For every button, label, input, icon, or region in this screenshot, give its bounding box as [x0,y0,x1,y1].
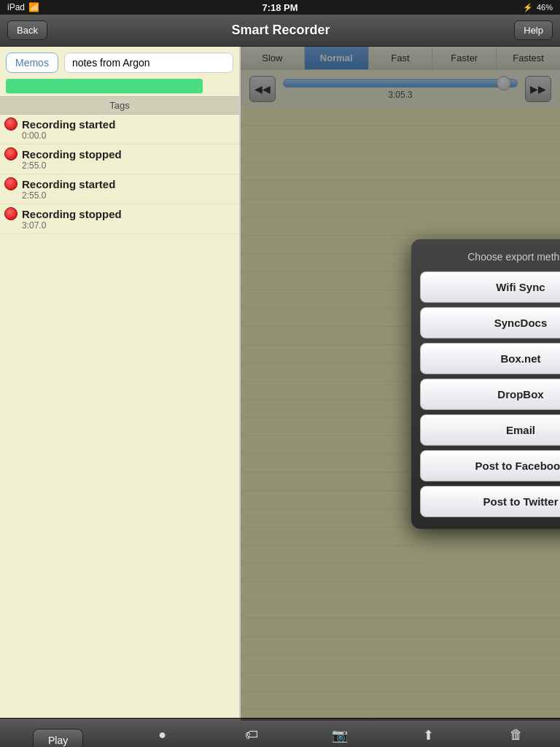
right-panel: SlowNormalFastFasterFastest ◀◀ 3:05.3 ▶▶… [241,47,560,718]
export-option-syncdocs[interactable]: SyncDocs [420,307,560,338]
export-option-box.net[interactable]: Box.net [420,343,560,374]
tag-item[interactable]: Recording started 2:55.0 [0,174,239,204]
tag-item[interactable]: Recording stopped 2:55.0 [0,144,239,174]
tag-time: 3:07.0 [22,220,235,231]
tag-label-text: Recording started [22,118,115,131]
status-time: 7:18 PM [262,2,298,13]
toolbar-export[interactable]: ⬆ export [417,725,440,748]
delete-icon: 🗑 [506,725,526,746]
tags-header: Tags [0,96,239,115]
tag-label-text: Recording stopped [22,208,122,220]
tags-list: Recording started 0:00.0 Recording stopp… [0,115,239,718]
memos-button[interactable]: Memos [6,53,58,73]
export-icon: ⬆ [419,725,439,746]
app-title: Smart Recorder [232,23,330,38]
device-label: iPad [7,2,25,12]
export-option-wifi-sync[interactable]: Wifi Sync [420,271,560,303]
record-progress-bar [6,79,203,93]
tag-icon: 🏷 [241,725,262,746]
export-option-post-to-twitter[interactable]: Post to Twitter [420,486,560,517]
export-option-post-to-facebook[interactable]: Post to Facebook [420,450,560,481]
bottom-toolbar: Play ● append 🏷 tag 📷 picture ⬆ export 🗑… [0,718,560,747]
tag-label-text: Recording stopped [22,148,122,160]
toolbar-delete[interactable]: 🗑 delete [505,725,527,748]
play-button[interactable]: Play [33,729,83,748]
red-dot-icon [4,117,18,131]
wifi-icon: 📶 [28,2,39,12]
red-dot-icon [4,177,18,190]
tag-item[interactable]: Recording started 0:00.0 [0,115,239,144]
export-dialog-title: Choose export method: [420,251,560,263]
status-bar: iPad 📶 7:18 PM ⚡ 46% [0,0,560,15]
tag-time: 2:55.0 [22,190,235,201]
append-icon: ● [152,725,173,746]
export-option-dropbox[interactable]: DropBox [420,379,560,410]
memos-row: Memos [0,47,239,76]
toolbar-append[interactable]: ● append [149,725,176,748]
tag-time: 0:00.0 [22,131,235,141]
main-content: Memos Tags Recording started 0:00.0 Reco… [0,47,560,718]
tag-item[interactable]: Recording stopped 3:07.0 [0,204,239,234]
bluetooth-icon: ⚡ [523,3,533,12]
tag-time: 2:55.0 [22,160,235,171]
help-button[interactable]: Help [514,20,553,40]
export-dialog: Choose export method: Wifi SyncSyncDocsB… [411,239,560,529]
toolbar-tag[interactable]: 🏷 tag [241,725,262,748]
export-options: Wifi SyncSyncDocsBox.netDropBoxEmailPost… [420,271,560,517]
battery-label: 46% [537,3,553,12]
left-panel: Memos Tags Recording started 0:00.0 Reco… [0,47,241,718]
nav-bar: Back Smart Recorder Help [0,15,560,47]
tag-label-text: Recording started [22,178,115,190]
red-dot-icon [4,207,18,220]
modal-overlay: Choose export method: Wifi SyncSyncDocsB… [241,47,560,721]
export-option-email[interactable]: Email [420,414,560,446]
picture-icon: 📷 [330,725,350,746]
memo-title-input[interactable] [64,53,233,73]
toolbar-picture[interactable]: 📷 picture [327,725,351,748]
back-button[interactable]: Back [7,20,47,40]
red-dot-icon [4,147,18,160]
